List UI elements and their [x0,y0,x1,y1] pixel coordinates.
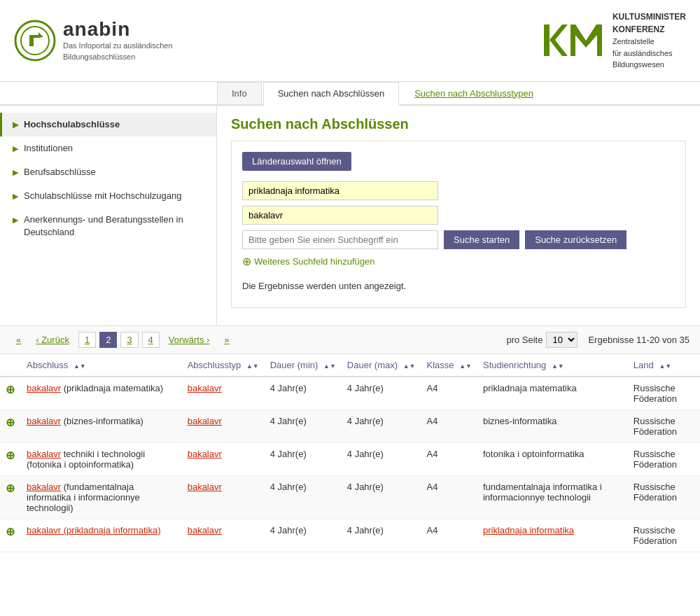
kmk-logo-icon [542,21,606,59]
abschluss-link[interactable]: bakalavr [27,383,61,393]
abschlusstyp-link[interactable]: bakalavr [188,482,222,492]
abschlusstyp-cell: bakalavr [182,410,265,442]
abschluss-link[interactable]: bakalavr [27,482,61,492]
sort-icon: ▲▼ [403,363,416,370]
reset-button[interactable]: Suche zurücksetzen [525,230,626,249]
page-title: Suchen nach Abschlüssen [231,116,686,132]
abschlusstyp-cell: bakalavr [182,475,265,519]
col-abschluss[interactable]: Abschluss ▲▼ [21,354,182,377]
table-row: ⊕ bakalavr (prikladnaja matematika) baka… [0,377,700,410]
results-table: Abschluss ▲▼ Abschlusstyp ▲▼ Dauer (min)… [0,354,700,552]
table-row: ⊕ bakalavr (prikladnaja informatika) bak… [0,519,700,552]
expand-button[interactable]: ⊕ [6,384,15,396]
tab-abschluesse[interactable]: Suchen nach Abschlüssen [263,82,400,106]
plus-icon: ⊕ [242,255,251,268]
col-abschlusstyp[interactable]: Abschlusstyp ▲▼ [182,354,265,377]
kmk-text: KULTUSMINISTER KONFERENZ Zentralstelle f… [612,10,686,71]
abschluss-link[interactable]: bakalavr [27,449,61,459]
col-dauer-min[interactable]: Dauer (min) ▲▼ [265,354,342,377]
sidebar-item-schulabschluesse[interactable]: ▶ Schulabschlüsse mit Hochschulzugang [0,184,216,208]
arrow-icon: ▶ [13,120,18,130]
expand-button[interactable]: ⊕ [6,449,15,461]
klasse-cell: A4 [421,519,477,552]
table-header-row: Abschluss ▲▼ Abschlusstyp ▲▼ Dauer (min)… [0,354,700,377]
sidebar: ▶ Hochschulabschlüsse ▶ Institutionen ▶ … [0,106,217,326]
klasse-cell: A4 [421,442,477,475]
abschlusstyp-link[interactable]: bakalavr [188,449,222,459]
studienrichtung-cell: prikladnaja informatika [477,519,628,552]
search-button[interactable]: Suche starten [444,230,519,249]
studienrichtung-cell: fotonika i optoinformatika [477,442,628,475]
next-page-button[interactable]: Vorwärts › [163,332,216,347]
results-count: Ergebnisse 11-20 von 35 [588,335,690,345]
arrow-icon: ▶ [13,144,18,154]
svg-point-1 [21,27,49,55]
svg-rect-4 [544,24,550,56]
table-row: ⊕ bakalavr (biznes-informatika) bakalavr… [0,410,700,442]
table-row: ⊕ bakalavr (fundamentalnaja informatika … [0,475,700,519]
per-page-select[interactable]: 10 25 50 [546,332,578,348]
abschlusstyp-cell: bakalavr [182,519,265,552]
first-page-button[interactable]: « [10,332,27,347]
dauer-max-cell: 4 Jahr(e) [342,410,421,442]
svg-marker-3 [38,32,43,37]
abschlusstyp-link[interactable]: bakalavr [188,416,222,426]
abschluss-link[interactable]: bakalavr [27,525,61,536]
land-cell: Russische Föderation [628,519,700,552]
expand-button[interactable]: ⊕ [6,482,15,494]
last-page-button[interactable]: » [218,332,234,347]
per-page-label: pro Seite [506,335,542,345]
land-cell: Russische Föderation [628,442,700,475]
dauer-min-cell: 4 Jahr(e) [265,377,342,410]
results-note: Die Ergebnisse werden unten angezeigt. [242,275,675,297]
sidebar-item-label: Hochschulabschlüsse [24,118,120,131]
logo-left: anabin Das Infoportal zu ausländischen B… [14,18,173,62]
page-3-button[interactable]: 3 [120,332,138,348]
abschluss-cell: bakalavr (fundamentalnaja informatika i … [21,475,182,519]
dauer-min-cell: 4 Jahr(e) [265,442,342,475]
dauer-max-cell: 4 Jahr(e) [342,475,421,519]
prev-page-button[interactable]: ‹ Zurück [30,332,75,347]
col-klasse[interactable]: Klasse ▲▼ [421,354,477,377]
col-land[interactable]: Land ▲▼ [628,354,700,377]
abschluss-link[interactable]: bakalavr [27,416,61,426]
page-1-button[interactable]: 1 [78,332,96,348]
dauer-min-cell: 4 Jahr(e) [265,475,342,519]
pagination-bar: « ‹ Zurück 1 2 3 4 Vorwärts › » pro Seit… [0,326,700,354]
col-studienrichtung[interactable]: Studienrichtung ▲▼ [477,354,628,377]
search-input-3[interactable] [242,230,438,249]
kmk-logo: KULTUSMINISTER KONFERENZ Zentralstelle f… [542,10,686,71]
sort-icon: ▲▼ [246,363,259,370]
page-2-button[interactable]: 2 [99,332,117,348]
arrow-icon: ▶ [13,191,18,202]
tab-abschlusstypen[interactable]: Suchen nach Abschlusstypen [400,83,547,104]
col-dauer-max[interactable]: Dauer (max) ▲▼ [342,354,421,377]
abschluss-detail-link[interactable]: (prikladnaja informatika) [61,525,160,536]
sidebar-item-hochschulabschluesse[interactable]: ▶ Hochschulabschlüsse [0,113,216,136]
dauer-max-cell: 4 Jahr(e) [342,519,421,552]
sort-icon: ▲▼ [74,363,86,370]
add-field-link[interactable]: ⊕ Weiteres Suchfeld hinzufügen [242,255,675,268]
klasse-cell: A4 [421,410,477,442]
abschluss-cell: bakalavr (prikladnaja informatika) [21,519,182,552]
sidebar-item-anerkennungs[interactable]: ▶ Anerkennungs- und Beratungsstellen in … [0,208,216,244]
search-input-1[interactable] [242,181,438,200]
abschlusstyp-link[interactable]: bakalavr [188,525,222,536]
search-inputs-row: Suche starten Suche zurücksetzen [242,230,675,249]
tab-info[interactable]: Info [217,82,262,104]
sidebar-item-institutionen[interactable]: ▶ Institutionen [0,136,216,160]
sidebar-item-berufsabschluesse[interactable]: ▶ Berufsabschlüsse [0,160,216,184]
header: anabin Das Infoportal zu ausländischen B… [0,0,700,82]
dauer-max-cell: 4 Jahr(e) [342,442,421,475]
abschlusstyp-cell: bakalavr [182,377,265,410]
expand-button[interactable]: ⊕ [6,416,15,428]
page-4-button[interactable]: 4 [142,332,160,348]
expand-button[interactable]: ⊕ [6,526,15,538]
country-select-button[interactable]: Länderauswahl öffnen [242,152,351,171]
search-input-2[interactable] [242,206,438,225]
arrow-icon: ▶ [13,215,18,225]
abschlusstyp-link[interactable]: bakalavr [188,383,222,393]
studienrichtung-link[interactable]: prikladnaja informatika [483,525,574,536]
klasse-cell: A4 [421,377,477,410]
anabin-logo-icon [14,20,56,62]
